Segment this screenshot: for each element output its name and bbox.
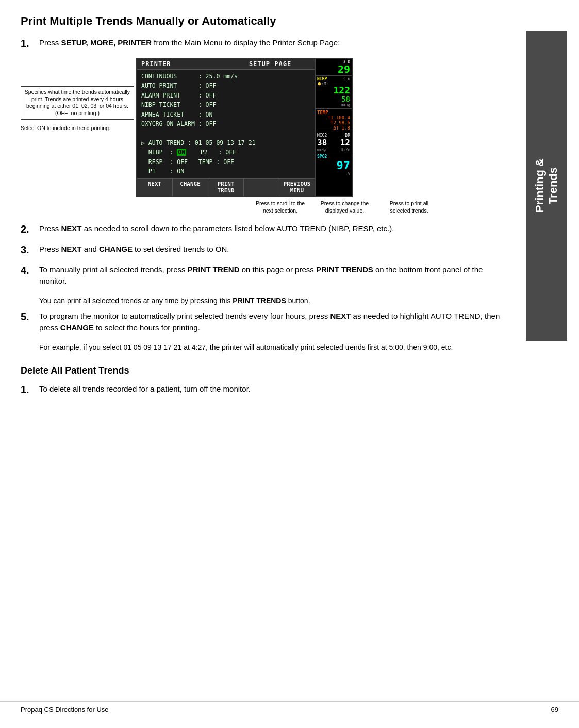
step-3-text: Press NEXT and CHANGE to set desired tre… (39, 244, 510, 255)
co2-section: MCO2 BR 38 12 mmHg Br/m (316, 132, 352, 153)
btn-previous-menu[interactable]: PREVIOUSMENU (279, 179, 315, 196)
step-1: 1. Press SETUP, MORE, PRINTER from the M… (21, 37, 510, 50)
step-5-bold1: NEXT (330, 312, 351, 320)
btn-empty (244, 179, 279, 196)
step-2-rest: as needed to scroll down to the paramete… (82, 224, 394, 233)
screen-line-3: ALARM PRINT : OFF (141, 91, 310, 100)
section2-step-1-text: To delete all trends recorded for a pati… (39, 383, 510, 395)
step-5-number: 5. (21, 311, 39, 323)
screen-header-right: SETUP PAGE (226, 59, 315, 69)
step-5-text: To program the monitor to automatically … (39, 311, 510, 334)
annotation-box-2: Select ON to include in trend printing. (21, 125, 134, 132)
step-1-number: 1. (21, 38, 39, 50)
section2-step-1: 1. To delete all trends recorded for a p… (21, 383, 510, 396)
sidebar-line2: Trends (547, 167, 559, 204)
btn-change[interactable]: CHANGE (173, 179, 208, 196)
screen-line-1: CONTINUOUS : 25.0 mm/s (141, 72, 310, 81)
btn-next[interactable]: NEXT (137, 179, 173, 196)
screen-body-container: PRINTER SETUP PAGE CONTINUOUS : 25.0 mm/… (136, 58, 353, 197)
screen-line-11: P1 : ON (141, 167, 310, 176)
bottom-ann-1: Press to scroll to the next selection. (251, 200, 310, 214)
sidebar-text: Printing & Trends (533, 158, 560, 213)
screen-main: PRINTER SETUP PAGE CONTINUOUS : 25.0 mm/… (137, 59, 315, 196)
step-3-bold2: CHANGE (99, 245, 133, 253)
vitals-panel: S D 29 NIBP S D 🔔(M) (315, 59, 352, 196)
step-1-text: Press SETUP, MORE, PRINTER from the Main… (39, 37, 510, 49)
co2-unit: mmHg (317, 148, 326, 152)
step-1-text2: from the Main Menu to display the Printe… (152, 38, 340, 47)
step-2: 2. Press NEXT as needed to scroll down t… (21, 223, 510, 235)
sidebar: Printing & Trends (526, 31, 567, 341)
annotation-box-1: Specifies what time the trends automatic… (21, 86, 134, 120)
screen-line-7 (141, 128, 310, 138)
bottom-ann-3: Press to print all selected trends. (379, 200, 439, 214)
screen-line-6: OXYCRG ON ALARM : OFF (141, 119, 310, 128)
screen-line-4: NIBP TICKET : OFF (141, 100, 310, 109)
btn-print-trend[interactable]: PRINTTREND (208, 179, 244, 196)
temp-t1: T1 100.4 (317, 115, 350, 120)
step-5-bold2: CHANGE (60, 323, 94, 332)
page-footer: Propaq CS Directions for Use 69 (0, 701, 579, 718)
screen-line-2: AUTO PRINT : OFF (141, 81, 310, 90)
br-label: BR (345, 133, 350, 138)
section2-step-1-number: 1. (21, 384, 39, 396)
step-4-number: 4. (21, 265, 39, 277)
spo2-value: 97 (317, 159, 350, 172)
step-4-text: To manually print all selected trends, p… (39, 264, 510, 287)
screen-line-8: ▷ AUTO TREND : 01 05 09 13 17 21 (141, 138, 310, 148)
nibp-label: NIBP (317, 77, 327, 82)
step-2-number: 2. (21, 223, 39, 235)
step-3-rest: to set desired trends to ON. (133, 245, 229, 253)
screen-body: CONTINUOUS : 25.0 mm/s AUTO PRINT : OFF … (137, 70, 315, 178)
printer-setup-screen: PRINTER SETUP PAGE CONTINUOUS : 25.0 mm/… (136, 58, 439, 197)
sidebar-line1: Printing & (533, 158, 546, 213)
screen-line-10: RESP : OFF TEMP : OFF (141, 157, 310, 167)
bottom-ann-2: Press to change the displayed value. (315, 200, 374, 214)
co2-label: MCO2 (317, 133, 327, 138)
step-3: 3. Press NEXT and CHANGE to set desired … (21, 244, 510, 256)
nibp-sub-value: 58 (317, 95, 350, 103)
screen-line-9: NIBP : ON P2 : OFF (141, 148, 310, 157)
diagram-container: Specifies what time the trends automatic… (21, 58, 510, 215)
page-title: Print Multiple Trends Manually or Automa… (21, 14, 510, 28)
step-4: 4. To manually print all selected trends… (21, 264, 510, 287)
step-1-bold1: SETUP, MORE, PRINTER (61, 38, 152, 47)
br-unit: Br/m (341, 148, 350, 152)
temp-dt: ΔT 1.8 (317, 125, 350, 131)
screen-footer: NEXT CHANGE PRINTTREND PREVIOUSMENU (137, 178, 315, 196)
screen-line-5: APNEA TICKET : ON (141, 110, 310, 119)
nibp-sd: S D (343, 77, 350, 82)
co2-value: 38 (317, 138, 327, 148)
temp-t2: T2 98.6 (317, 120, 350, 125)
step-5-subtext: For example, if you select 01 05 09 13 1… (39, 342, 510, 353)
step-5: 5. To program the monitor to automatical… (21, 311, 510, 334)
br-value: 12 (340, 138, 350, 148)
step-3-bold1: NEXT (61, 245, 82, 253)
vitals-top-val: 29 (317, 64, 350, 74)
screen-header: PRINTER SETUP PAGE (137, 59, 315, 70)
bottom-annotations: Press to scroll to the next selection. P… (251, 200, 439, 214)
nibp-section: NIBP S D 🔔(M) 122 58 mmHg (316, 76, 352, 109)
step-4-subtext: You can print all selected trends at any… (39, 296, 510, 306)
step-4-bold1: PRINT TREND (188, 265, 240, 274)
step-2-text: Press NEXT as needed to scroll down to t… (39, 223, 510, 235)
nibp-m-label: 🔔(M) (317, 82, 328, 86)
spo2-label: SPO2 (317, 154, 350, 159)
spo2-section: SPO2 97 % (316, 153, 352, 177)
section-2-title: Delete All Patient Trends (21, 365, 510, 376)
step-2-bold: NEXT (61, 224, 82, 233)
step-4-bold2: PRINT TRENDS (316, 265, 373, 274)
temp-label: TEMP (317, 110, 350, 115)
screen-header-left: PRINTER (137, 59, 226, 69)
step-3-number: 3. (21, 244, 39, 256)
footer-left: Propaq CS Directions for Use (21, 706, 109, 714)
temp-section: TEMP T1 100.4 T2 98.6 ΔT 1.8 (316, 109, 352, 132)
step-4-sub-bold: PRINT TRENDS (233, 297, 286, 305)
nibp-unit: mmHg (317, 103, 350, 107)
vitals-top: S D 29 (316, 59, 352, 76)
left-annotations: Specifies what time the trends automatic… (21, 58, 134, 132)
nibp-value: 122 (317, 86, 350, 95)
footer-right: 69 (551, 706, 558, 714)
